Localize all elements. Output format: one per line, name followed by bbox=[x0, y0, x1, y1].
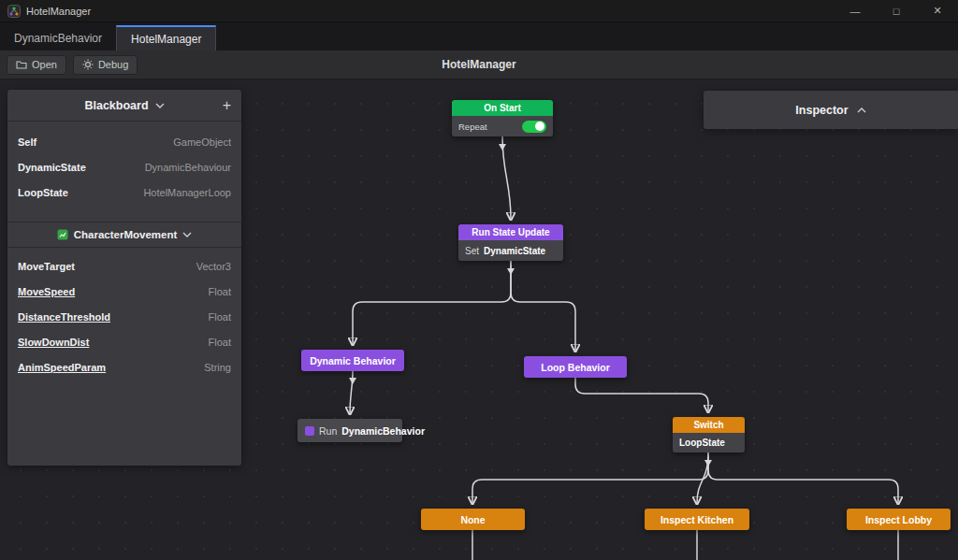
character-movement-group-header[interactable]: CharacterMovement bbox=[7, 222, 241, 248]
debug-icon bbox=[82, 59, 94, 70]
repeat-toggle[interactable] bbox=[522, 121, 546, 133]
variable-type: HotelManagerLoop bbox=[143, 187, 231, 198]
blackboard-header[interactable]: Blackboard + bbox=[7, 90, 241, 122]
tab-dynamicbehavior[interactable]: DynamicBehavior bbox=[0, 25, 116, 50]
node-case-inspect-lobby[interactable]: Inspect Lobby bbox=[847, 509, 951, 530]
node-switch-header: Switch bbox=[673, 417, 745, 433]
folder-icon bbox=[16, 60, 27, 69]
field-prefix: Run bbox=[319, 425, 337, 437]
minimize-button[interactable]: — bbox=[835, 0, 876, 22]
node-on-start[interactable]: On Start Repeat bbox=[452, 100, 553, 136]
variable-row-movetarget[interactable]: MoveTarget Vector3 bbox=[7, 253, 241, 279]
open-label: Open bbox=[32, 59, 57, 70]
group-title: CharacterMovement bbox=[74, 229, 178, 240]
edge-runstateupdate-to-dynamicbehavior bbox=[353, 261, 511, 344]
node-title: Switch bbox=[693, 420, 723, 430]
node-run-state-update-header: Run State Update bbox=[458, 224, 563, 240]
inspector-panel[interactable]: Inspector bbox=[704, 91, 958, 129]
variable-row-slowdowndist[interactable]: SlowDownDist Float bbox=[7, 329, 241, 354]
edge-flow-arrow bbox=[499, 144, 506, 151]
node-title: Dynamic Behavior bbox=[310, 355, 396, 366]
chevron-down-icon bbox=[182, 232, 192, 237]
node-case-inspect-kitchen[interactable]: Inspect Kitchen bbox=[645, 509, 749, 530]
node-dynamic-behavior[interactable]: Dynamic Behavior bbox=[301, 350, 404, 371]
node-case-none[interactable]: None bbox=[421, 509, 525, 530]
repeat-label: Repeat bbox=[458, 122, 487, 132]
blackboard-title: Blackboard bbox=[84, 99, 148, 112]
subgraph-icon bbox=[305, 426, 314, 436]
field-value[interactable]: DynamicState bbox=[484, 246, 545, 256]
edge-flow-arrow bbox=[349, 378, 356, 384]
graph-title: HotelManager bbox=[0, 58, 958, 71]
debug-label: Debug bbox=[98, 59, 128, 70]
variable-name: DistanceThreshold bbox=[18, 311, 110, 323]
node-title: Inspect Lobby bbox=[865, 514, 932, 525]
inspector-title: Inspector bbox=[795, 104, 848, 117]
variable-name: LoopState bbox=[18, 187, 68, 198]
variable-name: Self bbox=[18, 136, 36, 148]
node-title: Loop Behavior bbox=[541, 362, 610, 373]
close-button[interactable]: ✕ bbox=[917, 0, 958, 22]
field-prefix: Set bbox=[465, 246, 479, 256]
variable-name: SlowDownDist bbox=[18, 337, 89, 348]
spacer bbox=[7, 210, 241, 222]
edge-switch-to-inspectlobby bbox=[708, 452, 898, 503]
chevron-down-icon bbox=[155, 103, 165, 108]
window-controls: — □ ✕ bbox=[835, 0, 958, 22]
node-run-state-update-body: Set DynamicState bbox=[458, 240, 563, 261]
open-button[interactable]: Open bbox=[7, 55, 66, 75]
script-icon bbox=[57, 229, 68, 240]
tab-label: HotelManager bbox=[131, 33, 201, 46]
edge-flow-arrow bbox=[704, 460, 712, 467]
tab-bar: DynamicBehavior HotelManager bbox=[0, 22, 958, 50]
variable-type: DynamicBehaviour bbox=[145, 162, 231, 173]
window-title: HotelManager bbox=[26, 6, 91, 17]
app-icon bbox=[7, 5, 21, 18]
variable-type: Float bbox=[209, 311, 231, 323]
variable-name: DynamicState bbox=[18, 162, 86, 173]
variable-type: Float bbox=[209, 337, 231, 348]
group-variables: MoveTarget Vector3 MoveSpeed Float Dista… bbox=[7, 248, 241, 385]
variable-type: Vector3 bbox=[196, 261, 231, 272]
node-switch[interactable]: Switch LoopState bbox=[673, 417, 745, 452]
graph-toolbar: HotelManager Open Debug bbox=[0, 50, 958, 79]
variable-type: String bbox=[204, 362, 231, 373]
field-value[interactable]: LoopState bbox=[679, 438, 725, 448]
tab-hotelmanager[interactable]: HotelManager bbox=[116, 25, 216, 50]
variable-row-dynamicstate[interactable]: DynamicState DynamicBehaviour bbox=[7, 154, 241, 179]
node-title: Run State Update bbox=[472, 227, 549, 237]
variable-type: Float bbox=[209, 286, 231, 297]
variable-type: GameObject bbox=[173, 136, 231, 148]
add-variable-button[interactable]: + bbox=[223, 98, 231, 113]
variable-row-loopstate[interactable]: LoopState HotelManagerLoop bbox=[7, 179, 241, 205]
variable-name: MoveTarget bbox=[18, 261, 75, 272]
node-title: Inspect Kitchen bbox=[660, 514, 733, 525]
graph-canvas[interactable]: On Start Repeat Run State Update Set Dyn… bbox=[0, 79, 958, 560]
node-on-start-header: On Start bbox=[452, 100, 553, 116]
blackboard-variables: Self GameObject DynamicState DynamicBeha… bbox=[7, 122, 241, 210]
debug-button[interactable]: Debug bbox=[73, 55, 138, 75]
edge-dynamicbehavior-to-rundynamicbehavior bbox=[350, 370, 353, 413]
variable-row-animspeedparam[interactable]: AnimSpeedParam String bbox=[7, 354, 241, 380]
node-switch-body: LoopState bbox=[673, 433, 745, 452]
edge-runstateupdate-to-loopbehavior bbox=[511, 261, 575, 351]
title-bar: HotelManager — □ ✕ bbox=[0, 0, 958, 22]
variable-name: AnimSpeedParam bbox=[18, 362, 106, 373]
edge-loopbehavior-to-switch bbox=[575, 377, 708, 411]
variable-row-self[interactable]: Self GameObject bbox=[7, 129, 241, 154]
node-loop-behavior[interactable]: Loop Behavior bbox=[524, 356, 627, 378]
toggle-knob bbox=[535, 122, 544, 131]
tab-label: DynamicBehavior bbox=[14, 32, 102, 45]
edge-onstart-to-runstateupdate bbox=[502, 136, 511, 219]
variable-row-distancethreshold[interactable]: DistanceThreshold Float bbox=[7, 304, 241, 329]
maximize-button[interactable]: □ bbox=[876, 0, 917, 22]
node-run-state-update[interactable]: Run State Update Set DynamicState bbox=[458, 224, 563, 261]
variable-row-movespeed[interactable]: MoveSpeed Float bbox=[7, 279, 241, 304]
variable-name: MoveSpeed bbox=[18, 286, 75, 297]
node-title: None bbox=[460, 514, 485, 525]
field-value: DynamicBehavior bbox=[341, 425, 425, 437]
node-run-dynamicbehavior[interactable]: Run DynamicBehavior bbox=[298, 419, 402, 442]
chevron-up-icon bbox=[857, 108, 866, 113]
blackboard-panel: Blackboard + Self GameObject DynamicStat… bbox=[7, 90, 241, 466]
node-on-start-body: Repeat bbox=[452, 116, 553, 136]
